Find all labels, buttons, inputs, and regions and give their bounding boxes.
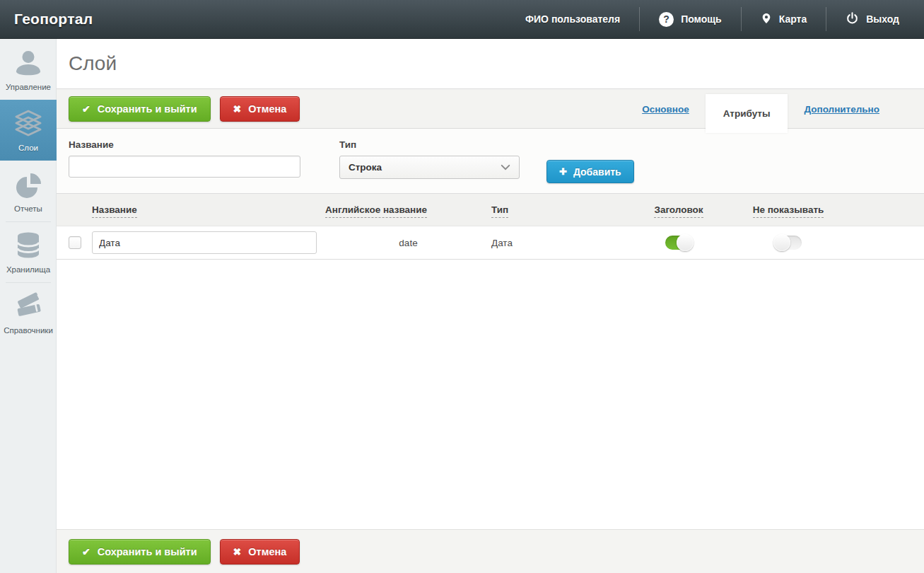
- caption-toggle[interactable]: [665, 236, 692, 250]
- layers-icon: [12, 108, 45, 140]
- user-name-label: ФИО пользователя: [525, 13, 620, 25]
- type-field-group: Тип Строка: [339, 139, 520, 193]
- sidebar-item-upravlenie[interactable]: Управление: [0, 39, 57, 100]
- table-row: date Дата: [57, 226, 924, 260]
- tab-bar: Основное Атрибуты Дополнительно: [626, 89, 896, 129]
- page-header: Слой: [57, 39, 924, 89]
- tab-atributy[interactable]: Атрибуты: [706, 94, 788, 133]
- logout-label: Выход: [866, 13, 899, 25]
- map-label: Карта: [779, 13, 807, 25]
- sidebar: Управление Слои Отчеты: [0, 39, 57, 573]
- cancel-button[interactable]: ✖ Отмена: [220, 96, 300, 122]
- cancel-label: Отмена: [248, 546, 286, 557]
- footer-action-bar: ✔ Сохранить и выйти ✖ Отмена: [57, 529, 924, 573]
- type-select[interactable]: Строка: [339, 156, 520, 179]
- name-input[interactable]: [69, 156, 300, 178]
- save-exit-button[interactable]: ✔ Сохранить и выйти: [69, 96, 211, 122]
- app-logo[interactable]: Геопортал: [0, 11, 93, 28]
- sidebar-item-otchety[interactable]: Отчеты: [0, 161, 57, 221]
- database-icon: [12, 229, 45, 262]
- column-header-hide[interactable]: Не показывать: [732, 204, 845, 215]
- save-exit-label: Сохранить и выйти: [98, 103, 197, 115]
- sidebar-item-sloi[interactable]: Слои: [0, 100, 57, 161]
- add-attribute-label: Добавить: [573, 166, 621, 178]
- type-select-value: Строка: [349, 162, 382, 173]
- map-pin-icon: [761, 11, 772, 28]
- chevron-down-icon: [501, 162, 510, 173]
- save-exit-label: Сохранить и выйти: [98, 546, 197, 557]
- power-icon: [846, 11, 859, 27]
- cancel-button-bottom[interactable]: ✖ Отмена: [220, 539, 300, 565]
- row-name-input[interactable]: [92, 231, 317, 254]
- user-icon: [12, 47, 45, 79]
- plus-icon: ✚: [559, 166, 567, 177]
- column-header-caption[interactable]: Заголовок: [626, 204, 732, 215]
- tab-dopolnitelno[interactable]: Дополнительно: [788, 104, 896, 115]
- logout-link[interactable]: Выход: [826, 7, 918, 31]
- toolbar: ✔ Сохранить и выйти ✖ Отмена Основное Ат…: [57, 89, 924, 129]
- sidebar-item-label: Хранилища: [6, 265, 50, 274]
- row-english-name: date: [325, 238, 491, 248]
- cancel-label: Отмена: [248, 103, 286, 115]
- sidebar-item-hranilishcha[interactable]: Хранилища: [0, 221, 57, 282]
- main-content: Слой ✔ Сохранить и выйти ✖ Отмена Основн…: [57, 39, 924, 573]
- sidebar-item-spravochniki[interactable]: Справочники: [0, 282, 57, 343]
- help-icon: ?: [659, 12, 674, 27]
- help-link[interactable]: ? Помощь: [639, 7, 741, 31]
- column-header-type[interactable]: Тип: [491, 204, 626, 215]
- name-field-group: Название: [69, 139, 300, 193]
- hide-toggle[interactable]: [775, 236, 802, 250]
- cross-icon: ✖: [233, 546, 242, 557]
- check-icon: ✔: [82, 103, 90, 115]
- help-label: Помощь: [681, 13, 722, 25]
- sidebar-item-label: Слои: [18, 144, 38, 153]
- user-name-link[interactable]: ФИО пользователя: [506, 7, 639, 31]
- tab-atributy-label: Атрибуты: [723, 108, 771, 119]
- sidebar-item-label: Отчеты: [14, 204, 42, 214]
- name-field-label: Название: [69, 139, 300, 150]
- add-attribute-button[interactable]: ✚ Добавить: [546, 160, 634, 183]
- page-title: Слой: [69, 52, 117, 75]
- topnav: ФИО пользователя ? Помощь Карта Выход: [506, 0, 924, 38]
- attributes-table-header: Название Английское название Тип Заголов…: [57, 194, 924, 226]
- sidebar-item-label: Справочники: [4, 326, 53, 335]
- toggle-knob: [773, 234, 790, 251]
- column-header-name[interactable]: Название: [92, 204, 325, 215]
- attribute-form: Название Тип Строка ✚ Добавить: [57, 129, 924, 194]
- type-field-label: Тип: [339, 139, 520, 150]
- column-header-english-name[interactable]: Английское название: [325, 204, 491, 215]
- toggle-knob: [677, 234, 694, 251]
- row-checkbox[interactable]: [69, 236, 81, 249]
- check-icon: ✔: [82, 546, 90, 557]
- row-type: Дата: [491, 238, 626, 248]
- topbar: Геопортал ФИО пользователя ? Помощь Карт…: [0, 0, 924, 39]
- map-link[interactable]: Карта: [741, 7, 826, 31]
- pie-chart-icon: [12, 168, 45, 201]
- books-icon: [12, 290, 45, 323]
- save-exit-button-bottom[interactable]: ✔ Сохранить и выйти: [69, 539, 211, 565]
- cross-icon: ✖: [233, 103, 242, 115]
- tab-osnovnoe[interactable]: Основное: [626, 104, 706, 115]
- sidebar-item-label: Управление: [6, 83, 51, 92]
